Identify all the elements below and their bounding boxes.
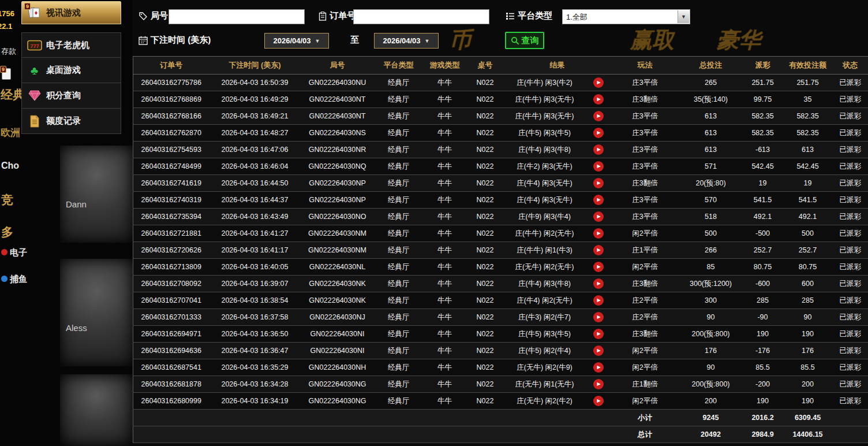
table-row: 2604031627080922026-04-03 16:39:07GN0222… (133, 276, 868, 292)
cell-result: 庄(无牛) 闲2(牛9) (504, 359, 586, 376)
cell-status: 已派彩 (833, 142, 868, 158)
cell-valid: 582.35 (783, 108, 833, 125)
lobby-duo-label: 多 (1, 224, 13, 240)
cell-result: 庄(牛牛) 闲3(无牛) (504, 91, 586, 108)
replay-button[interactable]: ▶ (593, 278, 604, 289)
cell-game: 牛牛 (423, 75, 467, 91)
platform-type-select[interactable]: 1.全部 ▼ (562, 9, 690, 24)
cell-payout: 190 (743, 393, 783, 410)
cell-replay: ▶ (586, 125, 611, 142)
cell-tbl: N022 (467, 175, 504, 192)
sidebar-item-points-query[interactable]: 积分查询 (21, 83, 121, 109)
tag-icon (139, 12, 148, 21)
cell-payout: -90 (743, 309, 783, 326)
replay-button[interactable]: ▶ (593, 195, 604, 205)
cell-bet: 613 (679, 142, 743, 158)
replay-button[interactable]: ▶ (593, 94, 604, 105)
table-row: 2604031627353942026-04-03 16:43:49GN0222… (133, 209, 868, 225)
replay-button[interactable]: ▶ (593, 312, 604, 322)
col-game: 游戏类型 (423, 57, 467, 75)
cell-tbl: N022 (467, 91, 504, 108)
cell-tbl: N022 (467, 292, 504, 309)
order-number-input[interactable] (353, 9, 489, 24)
cell-valid: 35 (783, 91, 833, 108)
total-valid: 14406.15 (783, 426, 833, 443)
cell-valid: 542.45 (783, 158, 833, 175)
cell-order: 260403162713809 (133, 259, 209, 276)
date-from-button[interactable]: 2026/04/03▼ (264, 33, 329, 49)
cell-game: 牛牛 (423, 326, 467, 343)
bet-records-panel: 币 赢取 豪华 局号 订单号 平台类型 1.全部 ▼ 下注时间 (美东) 202… (133, 0, 868, 446)
cell-round: GN022264030NG (301, 376, 375, 393)
table-row: 2604031627218812026-04-03 16:41:27GN0222… (133, 225, 868, 242)
cell-valid: 90 (783, 309, 833, 326)
cell-time: 2026-04-03 16:49:21 (209, 108, 301, 125)
cell-hall: 经典厅 (375, 209, 423, 225)
replay-button[interactable]: ▶ (593, 128, 604, 138)
cell-tbl: N022 (467, 192, 504, 209)
cell-hall: 经典厅 (375, 225, 423, 242)
replay-button[interactable]: ▶ (593, 295, 604, 306)
table-row: 2604031626875412026-04-03 16:35:29GN0222… (133, 359, 868, 376)
replay-button[interactable]: ▶ (593, 345, 604, 356)
round-number-input[interactable] (169, 9, 305, 24)
cell-valid: 19 (783, 175, 833, 192)
chevron-down-icon[interactable]: ▼ (678, 10, 689, 23)
search-button[interactable]: 查询 (505, 32, 544, 49)
lobby-fishing-label: 捕鱼 (10, 274, 27, 285)
cell-order: 260403162740319 (133, 192, 209, 209)
cell-valid: 582.35 (783, 125, 833, 142)
cell-round: GN022264030NQ (301, 158, 375, 175)
cell-round: GN022264030NO (301, 209, 375, 225)
replay-button[interactable]: ▶ (593, 262, 604, 272)
cell-playtype: 闲2平倍 (611, 259, 679, 276)
cell-status: 已派彩 (833, 175, 868, 192)
cell-hall: 经典厅 (375, 309, 423, 326)
bet-time-label: 下注时间 (美东) (139, 35, 211, 46)
replay-button[interactable]: ▶ (593, 245, 604, 255)
col-playtype: 玩法 (611, 57, 679, 75)
cell-game: 牛牛 (423, 376, 467, 393)
replay-button[interactable]: ▶ (593, 362, 604, 373)
cell-result: 庄(牛3) 闲2(牛7) (504, 309, 586, 326)
cell-replay: ▶ (586, 91, 611, 108)
replay-button[interactable]: ▶ (593, 161, 604, 172)
sidebar-item-slots[interactable]: 777 电子老虎机 (21, 32, 121, 58)
cell-result: 庄(牛4) 闲3(牛8) (504, 142, 586, 158)
dealer-name: Aless (66, 323, 87, 333)
cell-hall: 经典厅 (375, 276, 423, 292)
cell-status: 已派彩 (833, 292, 868, 309)
cell-game: 牛牛 (423, 125, 467, 142)
cell-payout: 541.5 (743, 192, 783, 209)
cell-time: 2026-04-03 16:39:07 (209, 276, 301, 292)
cell-order: 260403162768869 (133, 91, 209, 108)
replay-button[interactable]: ▶ (593, 144, 604, 155)
sidebar-item-live-games[interactable]: 9 视讯游戏 (21, 1, 121, 24)
cell-replay: ▶ (586, 259, 611, 276)
cell-tbl: N022 (467, 359, 504, 376)
replay-button[interactable]: ▶ (593, 111, 604, 121)
replay-button[interactable]: ▶ (593, 228, 604, 239)
cell-playtype: 闲2平倍 (611, 343, 679, 359)
sidebar-item-table-games[interactable]: ♣ 桌面游戏 (21, 58, 121, 83)
col-time: 下注时间 (美东) (209, 57, 301, 75)
subtotal-payout: 2016.2 (743, 410, 783, 426)
replay-button[interactable]: ▶ (593, 77, 604, 88)
replay-button[interactable]: ▶ (593, 211, 604, 222)
total-row: 总计 20492 2984.9 14406.15 (133, 426, 868, 443)
replay-button[interactable]: ▶ (593, 329, 604, 339)
cell-valid: 85.5 (783, 359, 833, 376)
replay-button[interactable]: ▶ (593, 379, 604, 389)
sidebar-menu: 9 视讯游戏 777 电子老虎机 ♣ 桌面游戏 积分 (21, 1, 121, 134)
date-to-button[interactable]: 2026/04/03▼ (374, 33, 439, 49)
cell-bet: 90 (679, 309, 743, 326)
cell-hall: 经典厅 (375, 175, 423, 192)
sidebar-item-credit-records[interactable]: 额度记录 (21, 109, 121, 134)
cell-bet: 518 (679, 209, 743, 225)
cell-hall: 经典厅 (375, 326, 423, 343)
cell-order: 260403162708092 (133, 276, 209, 292)
replay-button[interactable]: ▶ (593, 178, 604, 188)
cell-tbl: N022 (467, 225, 504, 242)
table-row: 2604031626946362026-04-03 16:36:47GN0222… (133, 343, 868, 359)
replay-button[interactable]: ▶ (593, 396, 604, 406)
